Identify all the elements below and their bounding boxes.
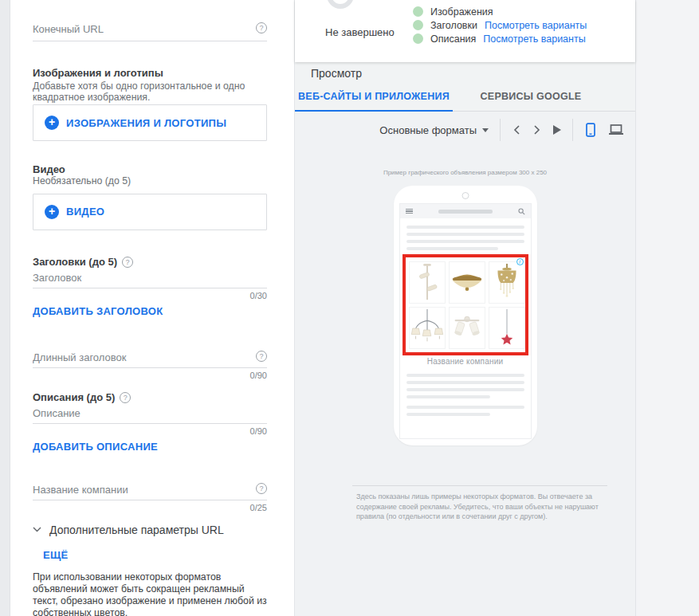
add-video-button[interactable]: + ВИДЕО bbox=[33, 194, 267, 230]
hamburger-menu-icon bbox=[406, 207, 413, 215]
checklist-label: Описания bbox=[430, 33, 476, 45]
product-image-classic-chandelier bbox=[409, 307, 446, 349]
asset-checklist: Изображения Заголовки Посмотреть вариант… bbox=[413, 5, 587, 45]
url-params-expander[interactable]: Дополнительные параметры URL bbox=[33, 524, 267, 536]
video-section-title: Видео bbox=[33, 163, 267, 176]
company-name-help-icon[interactable]: ? bbox=[256, 483, 267, 494]
company-name-field: ? bbox=[33, 482, 267, 500]
format-footnote: При использовании некоторых форматов объ… bbox=[33, 571, 267, 616]
ad-size-caption: Пример графического объявления размером … bbox=[295, 169, 635, 176]
checklist-item-descriptions: Описания Посмотреть варианты bbox=[413, 32, 587, 45]
search-icon bbox=[518, 208, 525, 215]
mock-browser-bar bbox=[400, 204, 531, 218]
add-description-button[interactable]: ДОБАВИТЬ ОПИСАНИЕ bbox=[33, 441, 158, 453]
video-section-hint: Необязательно (до 5) bbox=[33, 176, 267, 187]
disclaimer-divider bbox=[352, 485, 607, 486]
prev-format-button[interactable] bbox=[513, 125, 520, 135]
description-input[interactable] bbox=[33, 407, 240, 419]
long-headline-input[interactable] bbox=[33, 351, 240, 363]
preview-toolbar: Основные форматы bbox=[295, 118, 635, 142]
company-name-counter: 0/25 bbox=[33, 503, 267, 512]
play-icon bbox=[553, 125, 561, 135]
checklist-label: Изображения bbox=[430, 6, 493, 18]
dropdown-caret-icon bbox=[482, 128, 489, 132]
format-selector-dropdown[interactable]: Основные форматы bbox=[379, 124, 489, 136]
add-headline-button[interactable]: ДОБАВИТЬ ЗАГОЛОВОК bbox=[33, 305, 163, 317]
product-image-twin-spotlight bbox=[449, 307, 485, 349]
completion-status: Не завершено bbox=[325, 26, 395, 38]
format-selector-label: Основные форматы bbox=[379, 124, 477, 136]
smartphone-icon bbox=[585, 123, 596, 137]
ad-company-name-placeholder: Название компании bbox=[400, 357, 531, 366]
final-url-field: ? bbox=[33, 22, 267, 41]
tab-websites-and-apps[interactable]: ВЕБ-САЙТЫ И ПРИЛОЖЕНИЯ bbox=[295, 83, 453, 111]
more-button[interactable]: ЕЩЁ bbox=[43, 549, 69, 561]
add-video-label: ВИДЕО bbox=[66, 206, 104, 218]
play-slideshow-button[interactable] bbox=[553, 125, 561, 135]
final-url-help-icon[interactable]: ? bbox=[256, 22, 267, 33]
next-format-button[interactable] bbox=[533, 125, 540, 135]
ad-strength-card: Не завершено Изображения Заголовки Посмо… bbox=[295, 0, 635, 62]
view-options-link[interactable]: Посмотреть варианты bbox=[483, 33, 585, 45]
product-image-crystal-chandelier bbox=[489, 261, 525, 304]
phone-mockup: i bbox=[394, 186, 537, 445]
headlines-section-header: Заголовки (до 5) ? bbox=[33, 256, 267, 269]
checklist-label: Заголовки bbox=[430, 20, 477, 31]
progress-ring-icon bbox=[327, 0, 354, 9]
skeleton-text-block bbox=[406, 374, 524, 416]
product-image-gold-dome-lamp bbox=[449, 261, 485, 304]
checklist-item-images: Изображения bbox=[413, 5, 587, 18]
images-section-title: Изображения и логотипы bbox=[33, 67, 267, 80]
final-url-input[interactable] bbox=[33, 23, 240, 35]
ad-form-panel: ? Изображения и логотипы Добавьте хотя б… bbox=[10, 0, 295, 616]
headlines-help-icon[interactable]: ? bbox=[122, 257, 133, 268]
descriptions-section-header: Описания (до 5) ? bbox=[33, 391, 267, 404]
toolbar-divider bbox=[572, 119, 573, 141]
preview-tabs: ВЕБ-САЙТЫ И ПРИЛОЖЕНИЯ СЕРВИСЫ GOOGLE bbox=[295, 83, 635, 112]
plus-icon: + bbox=[45, 116, 59, 130]
skeleton-text-block bbox=[406, 226, 524, 250]
green-dot-icon bbox=[413, 33, 423, 44]
ad-info-icon[interactable]: i bbox=[516, 258, 524, 265]
chevron-down-icon bbox=[33, 527, 41, 532]
toolbar-divider bbox=[500, 119, 501, 141]
description-field bbox=[33, 406, 267, 424]
plus-icon: + bbox=[45, 205, 59, 219]
product-image-grid bbox=[409, 261, 522, 349]
add-images-button[interactable]: + ИЗОБРАЖЕНИЯ И ЛОГОТИПЫ bbox=[33, 104, 267, 141]
product-image-track-spot-lamp bbox=[409, 261, 446, 304]
checklist-item-headlines: Заголовки Посмотреть варианты bbox=[413, 18, 587, 32]
description-counter: 0/90 bbox=[33, 426, 267, 436]
long-headline-help-icon[interactable]: ? bbox=[256, 351, 267, 362]
headline-input[interactable] bbox=[33, 272, 240, 284]
desktop-preview-button[interactable] bbox=[608, 124, 624, 136]
green-dot-icon bbox=[413, 6, 423, 17]
images-section-hint: Добавьте хотя бы одно горизонтальное и о… bbox=[33, 81, 267, 103]
headlines-section-title: Заголовки (до 5) bbox=[33, 256, 117, 269]
headline-field bbox=[33, 270, 267, 288]
green-dot-icon bbox=[413, 20, 423, 30]
laptop-icon bbox=[608, 124, 624, 136]
preview-header: Просмотр ВЕБ-САЙТЫ И ПРИЛОЖЕНИЯ СЕРВИСЫ … bbox=[295, 62, 635, 112]
descriptions-help-icon[interactable]: ? bbox=[120, 392, 131, 403]
preview-disclaimer: Здесь показаны лишь примеры некоторых фо… bbox=[356, 492, 611, 522]
mobile-preview-button[interactable] bbox=[585, 123, 596, 137]
product-image-red-star-pendant bbox=[489, 307, 525, 349]
page-left-gutter bbox=[0, 0, 10, 616]
long-headline-counter: 0/90 bbox=[33, 371, 267, 380]
tab-google-services[interactable]: СЕРВИСЫ GOOGLE bbox=[453, 83, 609, 111]
headline-counter: 0/30 bbox=[33, 291, 267, 300]
view-options-link[interactable]: Посмотреть варианты bbox=[485, 20, 587, 31]
add-images-label: ИЗОБРАЖЕНИЯ И ЛОГОТИПЫ bbox=[66, 117, 226, 129]
chevron-right-icon bbox=[533, 125, 540, 135]
mock-search-bar bbox=[438, 210, 493, 214]
company-name-input[interactable] bbox=[33, 484, 240, 496]
preview-panel: Не завершено Изображения Заголовки Посмо… bbox=[295, 0, 636, 616]
chevron-left-icon bbox=[513, 125, 520, 135]
preview-title: Просмотр bbox=[311, 68, 635, 80]
phone-camera-icon bbox=[461, 192, 469, 199]
descriptions-section-title: Описания (до 5) bbox=[33, 391, 115, 404]
long-headline-field: ? bbox=[33, 350, 267, 368]
url-params-label: Дополнительные параметры URL bbox=[49, 524, 224, 536]
ad-preview-highlighted: i bbox=[403, 254, 528, 355]
